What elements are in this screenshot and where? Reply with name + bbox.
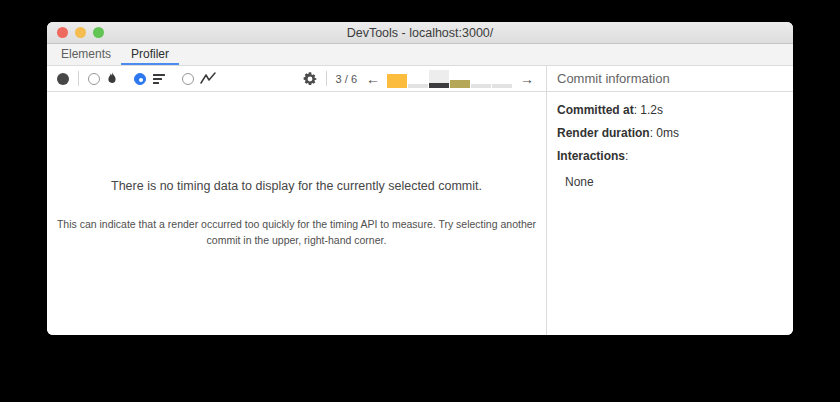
toolbar-right-group: 3 / 6 ← → — [303, 70, 536, 88]
interactions-label: Interactions — [557, 149, 625, 163]
interactions-value: : — [625, 149, 628, 163]
render-duration-value: : 0ms — [650, 126, 679, 140]
window-title: DevTools - localhost:3000/ — [347, 26, 494, 40]
secondary-message: This can indicate that a render occurred… — [54, 217, 540, 247]
commit-bar[interactable] — [408, 70, 428, 88]
content-area: 3 / 6 ← → There is no timing data to dis… — [47, 66, 793, 335]
title-bar: DevTools - localhost:3000/ — [47, 22, 793, 44]
render-duration-row: Render duration: 0ms — [557, 126, 783, 140]
zoom-window-button[interactable] — [93, 27, 104, 38]
flamegraph-radio — [88, 73, 100, 85]
screenshot-stage: DevTools - localhost:3000/ Elements Prof… — [0, 0, 840, 402]
gear-icon[interactable] — [303, 72, 317, 86]
profiler-toolbar: 3 / 6 ← → — [47, 66, 546, 92]
commit-info-panel: Commit information Committed at: 1.2s Re… — [547, 66, 793, 335]
commit-info-body: Committed at: 1.2s Render duration: 0ms … — [547, 92, 793, 200]
no-timing-data-message: There is no timing data to display for t… — [47, 92, 546, 335]
ranked-chart-icon — [152, 72, 166, 85]
tab-bar: Elements Profiler — [47, 44, 793, 66]
mode-interactions[interactable] — [182, 72, 216, 85]
flamegraph-icon — [106, 72, 118, 85]
prev-commit-arrow-icon[interactable]: ← — [364, 72, 382, 86]
interactions-none: None — [565, 175, 783, 189]
tab-elements[interactable]: Elements — [51, 44, 121, 65]
commit-bar-fill — [429, 83, 449, 88]
interactions-radio — [182, 73, 194, 85]
render-duration-label: Render duration — [557, 126, 650, 140]
commit-info-header: Commit information — [547, 66, 793, 92]
next-commit-arrow-icon[interactable]: → — [518, 72, 536, 86]
commit-bar-fill — [450, 80, 470, 88]
toolbar-divider — [78, 71, 79, 86]
interactions-icon — [200, 72, 216, 85]
primary-message: There is no timing data to display for t… — [111, 179, 482, 193]
toolbar-divider — [326, 71, 327, 86]
minimize-window-button[interactable] — [75, 27, 86, 38]
traffic-lights — [57, 27, 104, 38]
profiler-main-panel: 3 / 6 ← → There is no timing data to dis… — [47, 66, 546, 335]
record-icon[interactable] — [57, 73, 69, 85]
committed-at-row: Committed at: 1.2s — [557, 103, 783, 117]
commit-position-label: 3 / 6 — [336, 73, 357, 85]
toolbar-left-group — [57, 71, 216, 86]
commit-bar-fill — [387, 74, 407, 88]
commit-bar[interactable] — [492, 70, 512, 88]
close-window-button[interactable] — [57, 27, 68, 38]
committed-at-label: Committed at — [557, 103, 634, 117]
commit-bar-fill — [471, 84, 491, 88]
tab-profiler[interactable]: Profiler — [121, 44, 179, 65]
commit-selector-bars — [387, 70, 513, 88]
commit-bar[interactable] — [471, 70, 491, 88]
commit-bar[interactable] — [450, 70, 470, 88]
committed-at-value: : 1.2s — [634, 103, 663, 117]
commit-bar[interactable] — [387, 70, 407, 88]
interactions-row: Interactions: — [557, 149, 783, 163]
commit-bar-fill — [408, 84, 428, 88]
commit-bar[interactable] — [429, 70, 449, 88]
mode-flamegraph[interactable] — [88, 72, 118, 85]
ranked-radio — [134, 73, 146, 85]
mode-ranked[interactable] — [134, 72, 166, 85]
commit-bar-fill — [492, 84, 512, 88]
devtools-window: DevTools - localhost:3000/ Elements Prof… — [47, 22, 793, 335]
